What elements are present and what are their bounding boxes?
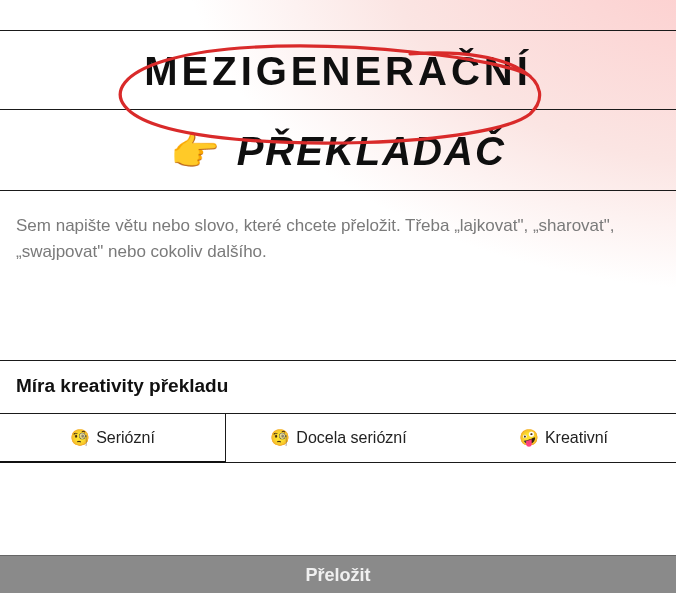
creativity-section: Míra kreativity překladu 🧐Seriózní 🧐Doce… <box>0 361 676 477</box>
pointing-right-icon: 👉 <box>170 128 220 175</box>
serious-face-icon: 🧐 <box>70 429 90 446</box>
mode-creative[interactable]: 🤪Kreativní <box>451 414 676 462</box>
creativity-label: Míra kreativity překladu <box>16 375 660 397</box>
creativity-options: 🧐Seriózní 🧐Docela seriózní 🤪Kreativní <box>0 413 676 463</box>
serious-face-icon: 🧐 <box>270 429 290 446</box>
title-row-1: MEZIGENERAČNÍ <box>0 30 676 110</box>
zany-face-icon: 🤪 <box>519 429 539 446</box>
title-line-1: MEZIGENERAČNÍ <box>144 49 532 94</box>
input-placeholder-text: Sem napište větu nebo slovo, které chcet… <box>16 213 660 266</box>
mode-fairly-serious[interactable]: 🧐Docela seriózní <box>226 414 451 462</box>
translation-input[interactable]: Sem napište větu nebo slovo, které chcet… <box>0 191 676 361</box>
mode-label: Kreativní <box>545 429 608 446</box>
mode-label: Seriózní <box>96 429 155 446</box>
mode-label: Docela seriózní <box>296 429 406 446</box>
app-container: MEZIGENERAČNÍ 👉 PŘEKLADAČ Sem napište vě… <box>0 0 676 593</box>
mode-serious[interactable]: 🧐Seriózní <box>0 414 226 463</box>
title-block: MEZIGENERAČNÍ 👉 PŘEKLADAČ <box>0 0 676 191</box>
title-row-2: 👉 PŘEKLADAČ <box>0 110 676 191</box>
translate-button-label: Přeložit <box>305 565 370 585</box>
translate-button[interactable]: Přeložit <box>0 555 676 593</box>
title-line-2: PŘEKLADAČ <box>237 129 506 174</box>
